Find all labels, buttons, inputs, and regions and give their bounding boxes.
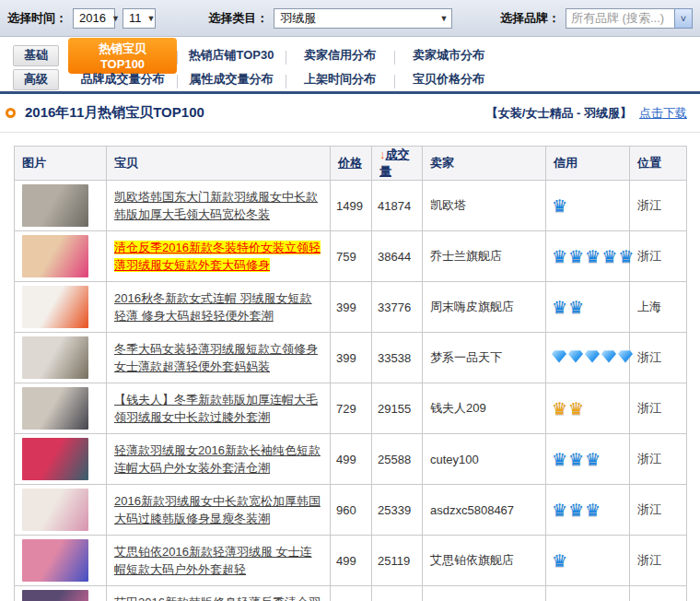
price-sort-link[interactable]: 价格 [338, 156, 362, 170]
seller-name [423, 586, 546, 601]
download-link[interactable]: 点击下载 [639, 105, 687, 122]
seller-name: 凯欧塔 [423, 181, 546, 231]
item-thumbnail[interactable] [22, 235, 88, 277]
item-title-link[interactable]: 艾思铂依2016新款轻薄羽绒服 女士连帽短款大码户外外套超轻 [114, 545, 312, 576]
tab-hot-items-top100[interactable]: 热销宝贝TOP100 [68, 38, 177, 74]
section-header: 2016年11月热销宝贝TOP100 【女装/女士精品 - 羽绒服】 点击下载 [0, 94, 700, 133]
item-cell: 艾思铂依2016新款轻薄羽绒服 女士连帽短款大码户外外套超轻 [107, 536, 331, 586]
item-thumbnail[interactable] [22, 286, 88, 328]
month-select[interactable]: 11 ▼ [122, 8, 156, 29]
item-thumbnail[interactable] [22, 590, 88, 601]
item-title-link[interactable]: 轻薄款羽绒服女2016新款长袖纯色短款连帽大码户外女装外套清仓潮 [114, 443, 321, 475]
tab-hot-shops-top30[interactable]: 热销店铺TOP30 [177, 47, 286, 64]
tab-seller-city-dist[interactable]: 卖家城市分布 [394, 47, 503, 64]
chevron-down-icon: ▼ [147, 14, 156, 23]
table-row: 冬季大码女装轻薄羽绒服短款立领修身女士薄款超薄轻便外套妈妈装39933538梦系… [15, 333, 687, 383]
advanced-group-label: 高级 [13, 69, 59, 90]
price-cell: 759 [331, 231, 372, 282]
image-cell [15, 485, 107, 536]
basic-tab-row: 基础 热销宝贝TOP100 热销店铺TOP30 卖家信用分布 卖家城市分布 [0, 43, 700, 67]
basic-group-label: 基础 [13, 45, 59, 66]
volume-cell: 25588 [372, 434, 423, 485]
tab-item-price-dist[interactable]: 宝贝价格分布 [394, 71, 503, 88]
tab-listing-time-dist[interactable]: 上架时间分布 [286, 71, 394, 88]
blue-crown-icon: ♛ [585, 451, 601, 468]
gold-crown-icon: ♛ [552, 400, 567, 418]
seller-name: 梦系一品天下 [423, 333, 546, 383]
item-thumbnail[interactable] [22, 539, 88, 582]
price-cell: 960 [331, 485, 372, 536]
item-cell: 2016秋冬新款女式连帽 羽绒服女短款轻薄 修身大码超轻轻便外套潮 [107, 282, 331, 333]
seller-name: cutey100 [423, 434, 546, 485]
item-thumbnail[interactable] [22, 387, 88, 430]
blue-crown-icon: ♛ [568, 501, 584, 519]
item-thumbnail[interactable] [22, 336, 88, 379]
location-cell: 浙江 [630, 333, 687, 383]
chevron-down-icon: ˅ [681, 13, 686, 24]
item-cell: 清仓反季2016新款冬装特价女装立领轻薄羽绒服女短款外套大码修身 [107, 231, 331, 282]
item-thumbnail[interactable] [22, 184, 88, 227]
item-thumbnail[interactable] [22, 438, 88, 480]
table-row: 【钱夫人】冬季新款韩版加厚连帽大毛领羽绒服女中长款过膝外套潮72929155钱夫… [15, 383, 687, 434]
tab-seller-credit-dist[interactable]: 卖家信用分布 [286, 47, 394, 64]
blue-crown-icon: ♛ [552, 299, 567, 316]
year-select-value: 2016 [79, 11, 106, 25]
volume-cell: 38644 [372, 231, 423, 282]
location-cell: 浙江 [630, 383, 687, 434]
header-volume[interactable]: ↓成交量 [372, 147, 423, 181]
category-select[interactable]: 羽绒服 ▼ [274, 8, 452, 29]
table-header-row: 图片 宝贝 价格 ↓成交量 卖家 信用 位置 [15, 147, 687, 181]
volume-cell: 29155 [372, 383, 423, 434]
blue-crown-icon: ♛ [552, 552, 567, 570]
item-cell: 【钱夫人】冬季新款韩版加厚连帽大毛领羽绒服女中长款过膝外套潮 [107, 383, 331, 434]
credit-cell: ♛♛♛ [546, 434, 630, 485]
location-cell [630, 586, 687, 601]
item-title-link[interactable]: 2016秋冬新款女式连帽 羽绒服女短款轻薄 修身大码超轻轻便外套潮 [114, 291, 312, 323]
table-row: 艾思铂依2016新款轻薄羽绒服 女士连帽短款大码户外外套超轻49925119艾思… [15, 536, 687, 586]
category-breadcrumb: 【女装/女士精品 - 羽绒服】 [486, 105, 632, 122]
credit-cell [546, 333, 630, 383]
blue-crown-icon: ♛ [552, 501, 567, 519]
item-title-link[interactable]: 凯欧塔韩国东大门新款羽绒服女中长款韩版加厚大毛领大码宽松冬装 [114, 190, 318, 221]
item-cell: 冬季大码女装轻薄羽绒服短款立领修身女士薄款超薄轻便外套妈妈装 [107, 333, 331, 383]
tab-attribute-volume-dist[interactable]: 属性成交量分布 [177, 71, 286, 88]
brand-search-input[interactable] [566, 8, 674, 29]
header-price[interactable]: 价格 [331, 147, 372, 181]
time-filter-label: 选择时间： [7, 10, 67, 27]
header-credit: 信用 [546, 147, 630, 181]
seller-name: asdzxc5808467 [423, 485, 546, 536]
gold-crown-icon: ♛ [568, 400, 584, 418]
item-title-link[interactable]: 清仓反季2016新款冬装特价女装立领轻薄羽绒服女短款外套大码修身 [114, 241, 321, 272]
tab-brand-volume-dist[interactable]: 品牌成交量分布 [68, 71, 177, 88]
table-row: 2016秋冬新款女式连帽 羽绒服女短款轻薄 修身大码超轻轻便外套潮3993377… [15, 282, 687, 333]
page-title: 2016年11月热销宝贝TOP100 [25, 104, 204, 122]
image-cell [15, 231, 107, 282]
item-title-link[interactable]: 【钱夫人】冬季新款韩版加厚连帽大毛领羽绒服女中长款过膝外套潮 [114, 393, 318, 424]
blue-gem-icon [585, 350, 600, 363]
item-title-link[interactable]: 茄田2016新款韩版修身轻薄反季清仓羽绒服女短款连 [114, 595, 321, 601]
results-table: 图片 宝贝 价格 ↓成交量 卖家 信用 位置 凯欧塔韩国东大门新款羽绒服女中长款… [14, 146, 687, 601]
seller-name: 乔士兰旗舰店 [423, 231, 546, 282]
blue-crown-icon: ♛ [585, 248, 601, 265]
price-cell: 499 [331, 434, 372, 485]
location-cell: 浙江 [630, 536, 687, 586]
volume-cell: 33538 [372, 333, 423, 383]
blue-crown-icon: ♛ [552, 248, 567, 265]
volume-cell: 25339 [372, 485, 423, 536]
table-row: 茄田2016新款韩版修身轻薄反季清仓羽绒服女短款连♛♛ [15, 586, 687, 601]
year-select[interactable]: 2016 ▼ [73, 8, 115, 29]
table-row: 凯欧塔韩国东大门新款羽绒服女中长款韩版加厚大毛领大码宽松冬装149941874凯… [15, 181, 687, 231]
item-title-link[interactable]: 2016新款羽绒服女中长款宽松加厚韩国大码过膝韩版修身显瘦冬装潮 [114, 494, 321, 525]
blue-crown-icon: ♛ [568, 299, 584, 316]
chevron-down-icon: ▼ [439, 14, 448, 23]
volume-cell: 33776 [372, 282, 423, 333]
blue-crown-icon: ♛ [618, 248, 634, 265]
price-cell: 399 [331, 282, 372, 333]
month-select-value: 11 [129, 11, 142, 25]
item-thumbnail[interactable] [22, 489, 88, 531]
brand-dropdown-button[interactable]: ˅ [674, 8, 693, 29]
volume-cell [372, 586, 423, 601]
results-tbody: 凯欧塔韩国东大门新款羽绒服女中长款韩版加厚大毛领大码宽松冬装149941874凯… [15, 181, 687, 601]
item-title-link[interactable]: 冬季大码女装轻薄羽绒服短款立领修身女士薄款超薄轻便外套妈妈装 [114, 342, 318, 373]
brand-filter-label: 选择品牌： [500, 10, 560, 27]
